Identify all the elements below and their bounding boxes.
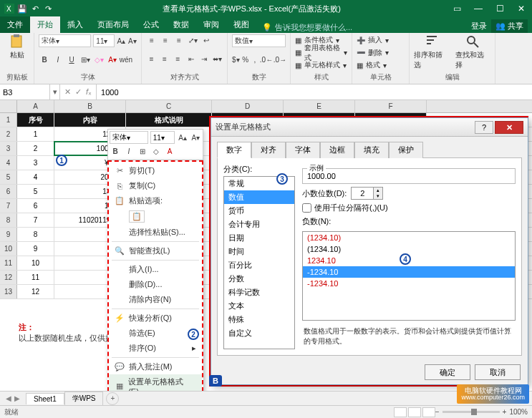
ctx-quick-analysis[interactable]: ⚡快速分析(Q): [109, 311, 202, 326]
minimize-icon[interactable]: —: [468, 0, 489, 17]
fx-icon[interactable]: fₓ: [86, 87, 92, 97]
mini-fontcolor-icon[interactable]: A: [164, 145, 175, 157]
spin-down-icon[interactable]: ▾: [374, 193, 382, 199]
select-all[interactable]: [0, 100, 17, 112]
neg-opt[interactable]: (1234.10): [303, 232, 515, 243]
view-normal-icon[interactable]: [394, 407, 407, 417]
dlgtab-protect[interactable]: 保护: [389, 142, 423, 158]
ctx-clear[interactable]: 清除内容(N): [109, 292, 202, 307]
font-color-icon[interactable]: A▾: [107, 54, 118, 66]
view-page-icon[interactable]: [408, 407, 421, 417]
orientation-icon[interactable]: ⤢▾: [187, 34, 198, 46]
col-F[interactable]: F: [355, 100, 427, 112]
mini-font[interactable]: 宋体▾: [110, 131, 148, 144]
comma-icon[interactable]: ,: [251, 54, 258, 66]
add-sheet-icon[interactable]: +: [106, 392, 119, 405]
shrink-font-icon[interactable]: A▾: [128, 35, 137, 47]
thousands-checkbox[interactable]: 使用千位分隔符(,)(U): [302, 203, 516, 213]
tab-view[interactable]: 视图: [226, 16, 256, 33]
cat-currency[interactable]: 货币: [224, 204, 294, 218]
namebox-dropdown-icon[interactable]: ▾: [50, 84, 60, 99]
sheet-tab-1[interactable]: Sheet1: [26, 393, 64, 404]
dec-dec-icon[interactable]: .0→: [274, 54, 286, 66]
dialog-close-icon[interactable]: ✕: [495, 121, 523, 134]
neg-opt[interactable]: (1234.10): [303, 243, 515, 255]
zoom-in-icon[interactable]: +: [503, 408, 507, 416]
hdr-cell[interactable]: 序号: [17, 113, 54, 127]
neg-opt-selected[interactable]: -1234.10: [303, 266, 515, 278]
merge-icon[interactable]: ⬌▾: [212, 54, 223, 65]
border-icon[interactable]: ⊞▾: [79, 54, 91, 66]
col-B[interactable]: B: [54, 100, 126, 112]
sort-filter-button[interactable]: 排序和筛选: [414, 34, 450, 70]
ctx-delete[interactable]: 删除(D)...: [109, 277, 202, 292]
mini-size[interactable]: 11▾: [150, 131, 175, 144]
undo-icon[interactable]: ↶: [30, 4, 40, 14]
mini-italic-icon[interactable]: I: [123, 145, 135, 157]
decimals-input[interactable]: [352, 188, 373, 199]
name-box[interactable]: B3: [0, 84, 50, 99]
ctx-paste-btn[interactable]: 📋: [109, 208, 202, 225]
tab-layout[interactable]: 页面布局: [90, 16, 136, 33]
dlgtab-border[interactable]: 边框: [320, 142, 354, 158]
find-select-button[interactable]: 查找和选择: [455, 34, 491, 70]
col-E[interactable]: E: [284, 100, 355, 112]
zoom-slider[interactable]: [442, 411, 500, 413]
ribbon-options-icon[interactable]: ▭: [446, 0, 468, 17]
tab-formula[interactable]: 公式: [136, 16, 166, 33]
hdr-cell[interactable]: 内容: [54, 113, 126, 127]
tab-review[interactable]: 审阅: [196, 16, 226, 33]
zoom-value[interactable]: 100%: [509, 408, 528, 416]
cat-scientific[interactable]: 科学记数: [224, 286, 294, 299]
align-right-icon[interactable]: ≡: [173, 54, 183, 65]
tell-me[interactable]: 💡 告诉我您想要做什么...: [262, 22, 352, 33]
fill-color-icon[interactable]: ◇▾: [93, 54, 105, 66]
mini-shrink-icon[interactable]: A▾: [190, 132, 201, 143]
dlgtab-fill[interactable]: 填充: [354, 142, 389, 158]
cat-number[interactable]: 数值: [224, 190, 294, 204]
currency-icon[interactable]: $▾: [232, 54, 240, 66]
tab-insert[interactable]: 插入: [60, 16, 90, 33]
number-format-combo[interactable]: 数值 ▾: [232, 34, 286, 47]
align-mid-icon[interactable]: ≡: [160, 34, 171, 46]
align-center-icon[interactable]: ≡: [159, 54, 170, 65]
mini-grow-icon[interactable]: A▴: [177, 132, 188, 143]
phonetic-icon[interactable]: wén: [120, 54, 132, 66]
login-link[interactable]: 登录: [471, 21, 487, 31]
dlgtab-align[interactable]: 对齐: [251, 142, 286, 158]
percent-icon[interactable]: %: [242, 54, 249, 66]
ctx-sort[interactable]: 排序(O)▸: [109, 341, 202, 356]
grow-font-icon[interactable]: A▴: [117, 35, 125, 47]
bold-icon[interactable]: B: [39, 54, 50, 66]
align-left-icon[interactable]: ≡: [146, 54, 157, 65]
col-C[interactable]: C: [126, 100, 212, 112]
tab-data[interactable]: 数据: [166, 16, 196, 33]
zoom-out-icon[interactable]: −: [435, 408, 440, 416]
font-name-combo[interactable]: 宋体 ▾: [39, 34, 91, 47]
col-A[interactable]: A: [17, 100, 54, 112]
paste-button[interactable]: 粘贴: [4, 34, 29, 60]
neg-opt[interactable]: -1234.10: [303, 278, 515, 289]
ctx-insert[interactable]: 插入(I)...: [109, 262, 202, 277]
maximize-icon[interactable]: ☐: [489, 0, 511, 17]
decimals-spinner[interactable]: ▴▾: [351, 187, 383, 200]
wrap-icon[interactable]: ↩: [200, 34, 212, 46]
ctx-smart-lookup[interactable]: 🔍智能查找(L): [109, 243, 202, 258]
sheet-nav-next-icon[interactable]: ▶: [14, 394, 20, 402]
mini-bold-icon[interactable]: B: [110, 145, 121, 157]
category-list[interactable]: 常规 数值 货币 会计专用 日期 时间 百分比 分数 科学记数 文本 特殊 自定…: [223, 176, 295, 349]
save-icon[interactable]: 💾: [17, 4, 27, 14]
format-cells[interactable]: ▦ 格式 ▾: [357, 59, 405, 71]
formula-input[interactable]: 1000: [97, 88, 532, 97]
redo-icon[interactable]: ↷: [43, 4, 53, 14]
cat-custom[interactable]: 自定义: [224, 326, 294, 340]
cat-text[interactable]: 文本: [224, 299, 294, 313]
cat-date[interactable]: 日期: [224, 231, 294, 245]
negative-list[interactable]: (1234.10) (1234.10) 1234.10 -1234.10 -12…: [302, 231, 516, 321]
table-format[interactable]: ▦ 套用表格格式 ▾: [295, 47, 347, 59]
sheet-nav-prev-icon[interactable]: ◀: [6, 394, 11, 402]
enter-formula-icon[interactable]: ✓: [75, 87, 82, 97]
cat-special[interactable]: 特殊: [224, 313, 294, 326]
cat-accounting[interactable]: 会计专用: [224, 218, 294, 231]
col-D[interactable]: D: [212, 100, 284, 112]
